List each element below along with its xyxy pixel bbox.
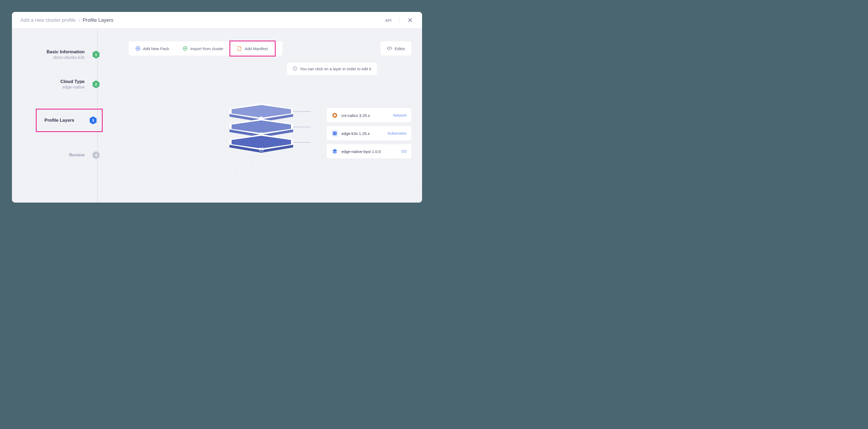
step-title: Basic Information	[46, 49, 85, 55]
editor-button[interactable]: Editor	[380, 41, 411, 56]
main-content: Add New Pack Import from cluster Add Man…	[102, 29, 422, 203]
step-profile-layers[interactable]: Profile Layers 3	[12, 109, 102, 132]
step-title: Review	[69, 153, 85, 158]
breadcrumb-current: Profile Layers	[83, 17, 113, 23]
step-badge: 2	[92, 80, 100, 88]
connector-line	[293, 142, 310, 143]
step-number: 2	[95, 82, 97, 87]
window-icon	[259, 147, 264, 152]
breadcrumb-root[interactable]: Add a new cluster profile	[21, 17, 75, 23]
document-icon	[237, 46, 242, 51]
button-label: Editor	[395, 46, 405, 51]
step-number: 3	[92, 118, 94, 123]
svg-point-21	[334, 132, 335, 133]
info-icon	[293, 66, 297, 71]
button-label: Add Manifest	[245, 46, 268, 51]
svg-point-24	[335, 134, 336, 135]
pack-icon	[331, 112, 338, 119]
svg-point-19	[334, 114, 336, 117]
wizard-stepper: Basic Information docs-ubuntu-k3s 1 Clou…	[12, 29, 102, 203]
hint-tooltip: You can click on a layer in order to edi…	[287, 63, 377, 75]
code-icon	[387, 46, 392, 51]
layer-name: edge-native-byoi 1.0.0	[341, 149, 398, 154]
download-circle-icon	[183, 46, 188, 51]
step-number: 4	[95, 153, 97, 157]
modal-header: Add a new cluster profile › Profile Laye…	[12, 12, 422, 29]
add-new-pack-button[interactable]: Add New Pack	[129, 41, 176, 56]
button-label: Add New Pack	[143, 46, 169, 51]
step-subtitle: docs-ubuntu-k3s	[46, 55, 85, 60]
svg-point-23	[334, 134, 335, 135]
toolbar: Add New Pack Import from cluster Add Man…	[129, 41, 411, 56]
step-basic-information[interactable]: Basic Information docs-ubuntu-k3s 1	[12, 49, 102, 60]
plus-circle-icon	[135, 46, 140, 51]
step-badge: 4	[92, 151, 100, 159]
layer-card-network[interactable]: cni-calico 3.25.x Network	[327, 108, 411, 123]
stack-layer-os[interactable]	[227, 134, 296, 150]
step-cloud-type[interactable]: Cloud Type edge-native 2	[12, 79, 102, 90]
layer-name: edge-k3s 1.25.x	[341, 131, 384, 136]
step-number: 1	[95, 53, 97, 57]
chevron-right-icon: ›	[78, 17, 80, 23]
add-manifest-button[interactable]: Add Manifest	[230, 41, 275, 56]
modal-body: Basic Information docs-ubuntu-k3s 1 Clou…	[12, 29, 422, 203]
pack-icon	[331, 148, 338, 155]
import-from-cluster-button[interactable]: Import from cluster	[176, 41, 230, 56]
modal-window: Add a new cluster profile › Profile Laye…	[12, 12, 422, 203]
stack-layer-network[interactable]	[227, 103, 296, 119]
button-label: Import from cluster	[190, 46, 223, 51]
step-review[interactable]: Review 4	[12, 151, 102, 159]
close-button[interactable]	[407, 17, 413, 24]
layer-type: Kubernetes	[388, 131, 407, 135]
close-icon	[408, 18, 412, 23]
layer-card-kubernetes[interactable]: edge-k3s 1.25.x Kubernetes	[327, 126, 411, 140]
connector-line	[293, 127, 310, 127]
breadcrumb: Add a new cluster profile › Profile Laye…	[21, 17, 114, 23]
action-bar: Add New Pack Import from cluster Add Man…	[129, 41, 282, 56]
step-badge: 1	[92, 51, 100, 59]
step-badge: 3	[89, 117, 97, 124]
svg-point-22	[335, 132, 336, 133]
layer-type: OS	[401, 149, 407, 154]
layer-name: cni-calico 3.25.x	[341, 113, 390, 118]
header-actions: API	[385, 17, 413, 24]
stack-layer-kubernetes[interactable]	[227, 118, 296, 134]
connector-line	[293, 111, 310, 112]
step-title: Profile Layers	[44, 118, 74, 123]
step-title: Cloud Type	[61, 79, 85, 84]
svg-rect-20	[333, 132, 337, 135]
api-link[interactable]: API	[385, 18, 392, 23]
layer-card-os[interactable]: edge-native-byoi 1.0.0 OS	[327, 144, 411, 159]
step-subtitle: edge-native	[61, 85, 85, 90]
svg-point-3	[295, 67, 295, 68]
layer-card-list: cni-calico 3.25.x Network edge-k3s 1.25.…	[327, 108, 411, 159]
divider	[399, 17, 399, 23]
svg-rect-17	[259, 148, 263, 151]
layer-type: Network	[393, 113, 407, 118]
pack-icon	[331, 130, 338, 137]
hint-text: You can click on a layer in order to edi…	[300, 67, 371, 71]
